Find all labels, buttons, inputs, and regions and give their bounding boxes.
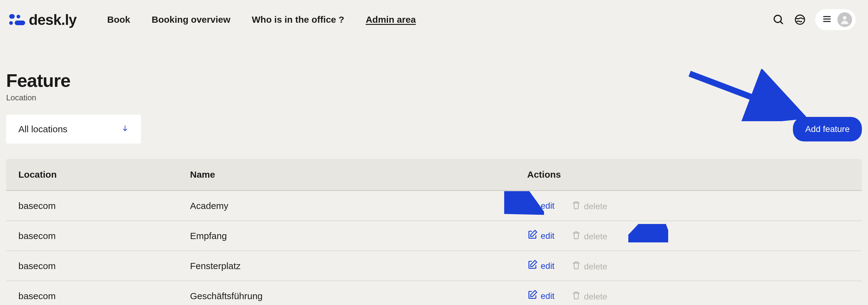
page-subtitle: Location [6,93,862,103]
delete-button[interactable]: delete [571,291,607,302]
nav-admin-area[interactable]: Admin area [366,15,415,25]
add-feature-button[interactable]: Add feature [793,117,862,141]
trash-icon [571,231,581,242]
table-row: basecomGeschäftsführungeditdelete [6,281,862,305]
edit-label: edit [541,291,554,301]
edit-icon [527,229,537,242]
cell-actions: editdelete [515,221,862,251]
edit-button[interactable]: edit [527,229,554,242]
profile-menu[interactable] [815,9,856,30]
logo-mark [9,14,25,25]
col-header-actions: Actions [515,159,862,191]
cell-location: basecom [6,221,178,251]
col-header-location: Location [6,159,178,191]
brand-name: desk.ly [29,11,76,28]
trash-icon [571,291,581,302]
filter-row: All locations Add feature [0,103,868,144]
table-row: basecomEmpfangeditdelete [6,221,862,251]
nav-book[interactable]: Book [107,15,130,25]
edit-icon [527,259,537,272]
nav-who-is-in[interactable]: Who is in the office ? [252,15,344,25]
edit-button[interactable]: edit [527,290,554,302]
globe-icon[interactable] [794,13,806,26]
cell-actions: editdelete [515,281,862,305]
delete-label: delete [584,262,607,272]
delete-button[interactable]: delete [571,261,607,272]
delete-label: delete [584,232,607,242]
cell-actions: editdelete [515,191,862,221]
top-nav: desk.ly Book Booking overview Who is in … [0,9,868,30]
edit-icon [527,199,537,212]
delete-label: delete [584,202,607,212]
feature-table: Location Name Actions basecomAcademyedit… [6,159,862,305]
search-icon[interactable] [772,13,785,26]
table-row: basecomAcademyeditdelete [6,191,862,221]
table-row: basecomFensterplatzeditdelete [6,251,862,281]
nav-booking-overview[interactable]: Booking overview [152,15,230,25]
col-header-name: Name [178,159,515,191]
location-filter[interactable]: All locations [6,115,141,144]
edit-icon [527,290,537,302]
svg-point-2 [795,15,805,24]
edit-button[interactable]: edit [527,199,554,212]
avatar [837,12,852,27]
page-header: Feature Location [0,30,868,103]
cell-name: Geschäftsführung [178,281,515,305]
header-actions [772,9,856,30]
edit-label: edit [541,231,554,241]
delete-button[interactable]: delete [571,231,607,242]
hamburger-icon [822,14,832,25]
svg-line-1 [780,22,783,24]
svg-point-6 [843,16,846,20]
page-title: Feature [6,70,862,91]
trash-icon [571,261,581,272]
cell-name: Academy [178,191,515,221]
location-filter-label: All locations [19,124,67,134]
delete-button[interactable]: delete [571,201,607,212]
cell-location: basecom [6,281,178,305]
trash-icon [571,201,581,212]
arrow-down-icon [121,124,129,134]
cell-location: basecom [6,191,178,221]
cell-name: Empfang [178,221,515,251]
edit-label: edit [541,201,554,211]
edit-button[interactable]: edit [527,259,554,272]
cell-actions: editdelete [515,251,862,281]
main-nav: Book Booking overview Who is in the offi… [107,15,416,25]
edit-label: edit [541,261,554,271]
cell-name: Fensterplatz [178,251,515,281]
svg-point-0 [774,15,781,22]
logo[interactable]: desk.ly [9,11,76,28]
table-header-row: Location Name Actions [6,159,862,191]
cell-location: basecom [6,251,178,281]
delete-label: delete [584,292,607,302]
